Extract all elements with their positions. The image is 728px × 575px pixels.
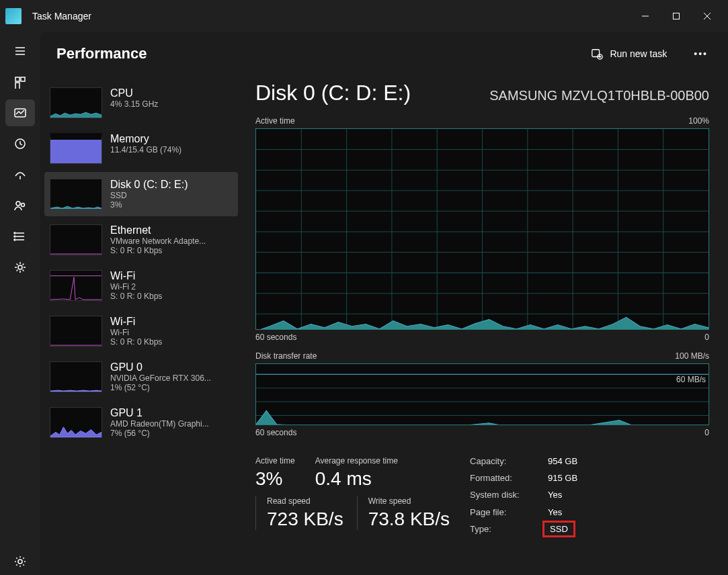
more-options-button[interactable]: •••: [690, 44, 712, 63]
detail-title: Disk 0 (C: D: E:): [255, 81, 411, 105]
hamburger-icon[interactable]: [5, 38, 35, 64]
sidebar-item-sub: Wi-Fi: [110, 328, 162, 337]
meta-formatted-key: Formatted:: [470, 473, 537, 486]
page-title: Performance: [56, 45, 147, 62]
detail-panel: Disk 0 (C: D: E:) SAMSUNG MZVLQ1T0HBLB-0…: [242, 75, 728, 575]
meta-capacity-key: Capacity:: [470, 456, 537, 469]
sidebar-item-sub: 4% 3.15 GHz: [110, 99, 158, 109]
sidebar-item-sub2: S: 0 R: 0 Kbps: [110, 337, 162, 347]
svg-marker-32: [50, 390, 102, 392]
meta-capacity-val: 954 GB: [548, 456, 577, 469]
write-speed-label: Write speed: [368, 496, 450, 506]
app-icon: [5, 8, 22, 24]
sidebar-item-title: Memory: [110, 133, 181, 145]
sidebar-item-title: Ethernet: [110, 224, 206, 236]
page-header: Performance Run new task •••: [40, 32, 728, 75]
cpu-thumb: [50, 87, 102, 118]
graph1-label: Active time: [255, 116, 295, 126]
graph2-xleft: 60 seconds: [255, 428, 296, 437]
sidebar-item-sub2: S: 0 R: 0 Kbps: [110, 246, 206, 255]
sidebar-item-sub: AMD Radeon(TM) Graphi...: [110, 419, 209, 429]
sidebar-item-wifi-1[interactable]: Wi-Fi Wi-Fi 2 S: 0 R: 0 Kbps: [44, 263, 238, 308]
response-time-label: Average response time: [315, 456, 398, 466]
svg-rect-1: [674, 13, 680, 19]
svg-marker-27: [50, 112, 102, 118]
sidebar-item-sub: VMware Network Adapte...: [110, 236, 206, 246]
sidebar-item-gpu0[interactable]: GPU 0 NVIDIA GeForce RTX 306... 1% (52 °…: [44, 355, 238, 399]
svg-point-20: [14, 239, 15, 240]
sidebar-item-title: Wi-Fi: [110, 316, 162, 328]
wifi-thumb: [50, 270, 102, 301]
graph2-xright: 0: [704, 428, 709, 437]
write-speed-value: 73.8 KB/s: [368, 508, 450, 530]
graph1-max: 100%: [688, 116, 709, 126]
sidebar-item-disk0[interactable]: Disk 0 (C: D: E:) SSD 3%: [44, 172, 238, 216]
sidebar-item-cpu[interactable]: CPU 4% 3.15 GHz: [44, 81, 238, 125]
sidebar-item-gpu1[interactable]: GPU 1 AMD Radeon(TM) Graphi... 7% (56 °C…: [44, 400, 238, 445]
sidebar-item-sub2: 1% (52 °C): [110, 383, 211, 392]
sidebar-item-sub: SSD: [110, 191, 188, 200]
wifi-thumb: [50, 316, 102, 347]
users-icon[interactable]: [5, 192, 35, 219]
sidebar-item-wifi-2[interactable]: Wi-Fi Wi-Fi S: 0 R: 0 Kbps: [44, 309, 238, 353]
startup-icon[interactable]: [5, 161, 35, 188]
disk-thumb: [50, 179, 102, 210]
svg-rect-8: [21, 77, 25, 81]
detail-model: SAMSUNG MZVLQ1T0HBLB-00B00: [489, 88, 709, 103]
svg-point-18: [14, 232, 15, 234]
svg-point-22: [18, 560, 22, 564]
svg-point-14: [22, 204, 25, 207]
active-time-value: 3%: [255, 468, 295, 490]
graph2-ref: 60 MB/s: [676, 375, 706, 384]
ethernet-thumb: [50, 224, 102, 255]
meta-formatted-val: 915 GB: [548, 473, 577, 486]
maximize-button[interactable]: [661, 5, 692, 27]
gpu-thumb: [50, 407, 102, 438]
details-icon[interactable]: [5, 223, 35, 250]
close-button[interactable]: [692, 5, 723, 27]
run-new-task-button[interactable]: Run new task: [584, 44, 674, 64]
sidebar-item-sub: Wi-Fi 2: [110, 282, 162, 292]
svg-point-13: [16, 202, 20, 206]
read-speed-value: 723 KB/s: [267, 508, 343, 530]
performance-sidebar: CPU 4% 3.15 GHz Memory 11.4/15.4 GB (74%…: [40, 75, 242, 575]
svg-rect-7: [15, 77, 19, 81]
sidebar-item-title: GPU 1: [110, 407, 209, 419]
graph2-label: Disk transfer rate: [255, 351, 317, 361]
sidebar-item-title: Wi-Fi: [110, 270, 162, 282]
window-title: Task Manager: [32, 11, 91, 21]
graph1-xleft: 60 seconds: [255, 333, 296, 342]
sidebar-item-title: CPU: [110, 87, 158, 99]
performance-icon[interactable]: [5, 99, 35, 126]
sidebar-item-title: GPU 0: [110, 361, 211, 373]
run-new-task-label: Run new task: [610, 48, 667, 59]
active-time-graph: [255, 128, 709, 330]
active-time-label: Active time: [255, 456, 295, 466]
graph1-xright: 0: [704, 333, 709, 342]
svg-marker-28: [50, 206, 102, 209]
svg-marker-33: [50, 427, 102, 437]
minimize-button[interactable]: [630, 5, 661, 27]
meta-systemdisk-key: System disk:: [470, 490, 537, 502]
sidebar-item-sub2: S: 0 R: 0 Kbps: [110, 292, 162, 301]
type-highlight: SSD: [542, 521, 575, 537]
titlebar: Task Manager: [0, 0, 728, 32]
sidebar-item-ethernet[interactable]: Ethernet VMware Network Adapte... S: 0 R…: [44, 218, 238, 262]
meta-systemdisk-val: Yes: [548, 490, 577, 502]
meta-type-key: Type:: [470, 524, 537, 537]
sidebar-item-sub2: 7% (56 °C): [110, 429, 209, 438]
meta-pagefile-val: Yes: [548, 507, 577, 520]
settings-icon[interactable]: [5, 548, 35, 575]
svg-point-21: [18, 265, 22, 269]
meta-type-val: SSD: [548, 524, 577, 537]
app-history-icon[interactable]: [5, 130, 35, 157]
sidebar-item-title: Disk 0 (C: D: E:): [110, 179, 188, 191]
sidebar-item-sub: 11.4/15.4 GB (74%): [110, 145, 181, 154]
disk-meta-table: Capacity: 954 GB Formatted: 915 GB Syste…: [470, 456, 577, 537]
sidebar-item-memory[interactable]: Memory 11.4/15.4 GB (74%): [44, 126, 238, 171]
services-icon[interactable]: [5, 254, 35, 281]
nav-rail: [0, 32, 40, 575]
transfer-rate-graph: 60 MB/s: [255, 363, 709, 425]
processes-icon[interactable]: [5, 69, 35, 95]
read-speed-label: Read speed: [267, 496, 343, 506]
